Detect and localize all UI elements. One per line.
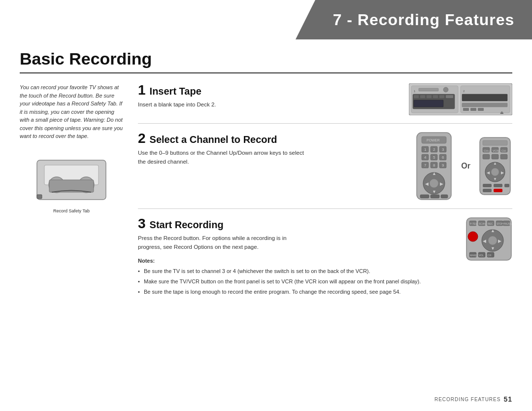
svg-rect-14 (419, 88, 438, 91)
svg-rect-71 (500, 154, 507, 159)
step-2-section: 2 Select a Channel to Record Use the 0–9… (138, 132, 512, 209)
svg-rect-17 (414, 95, 419, 98)
page-number: 51 (503, 395, 512, 403)
svg-rect-78 (483, 184, 492, 187)
svg-rect-18 (420, 95, 425, 98)
svg-text:2: 2 (433, 147, 435, 152)
svg-text:VOL: VOL (479, 254, 484, 257)
step-1-image: 1 (409, 83, 512, 115)
svg-text:▲: ▲ (493, 161, 497, 166)
step-1-header: 1 Insert Tape (138, 83, 399, 97)
step-1-section: 1 Insert Tape Insert a blank tape into D… (138, 83, 512, 124)
svg-rect-59 (431, 195, 439, 198)
vcr-front-icon: 1 (409, 83, 512, 115)
svg-text:6: 6 (442, 155, 444, 160)
remote-1-icon: POWER 1 (414, 132, 454, 201)
svg-text:CH: CH (488, 254, 492, 257)
svg-text:PAUSE: PAUSE (503, 222, 512, 225)
svg-rect-60 (441, 195, 448, 198)
intro-text: You can record your favorite TV shows at… (20, 83, 123, 140)
step-2-image: POWER 1 (414, 132, 512, 201)
svg-rect-22 (446, 95, 453, 98)
step-2-description: Use the 0–9 buttons or the Channel Up/Do… (138, 148, 305, 167)
step-3-image: P-TEE SCAN REC STOP PAUSE ▲ ▼ (466, 217, 512, 261)
svg-text:▼: ▼ (493, 177, 497, 181)
svg-text:CH+: CH+ (484, 149, 490, 152)
note-item-1: Be sure the TV is set to channel 3 or 4 … (138, 267, 456, 276)
notes-section: Notes: Be sure the TV is set to channel … (138, 257, 456, 296)
svg-text:◀: ◀ (487, 171, 490, 175)
svg-rect-21 (439, 95, 444, 98)
svg-text:◀: ◀ (483, 239, 486, 243)
header-banner: 7 - Recording Features (296, 0, 532, 39)
svg-point-73 (491, 168, 499, 176)
header-title: 7 - Recording Features (313, 11, 515, 29)
step-3-number: 3 (138, 217, 146, 231)
svg-text:9: 9 (442, 163, 444, 168)
svg-text:POWER: POWER (427, 138, 439, 142)
svg-rect-58 (420, 195, 429, 198)
svg-text:▲: ▲ (432, 171, 436, 176)
cassette-icon (34, 150, 108, 205)
svg-rect-26 (462, 103, 507, 107)
content-layout: You can record your favorite TV shows at… (20, 83, 512, 313)
main-content: Basic Recording You can record your favo… (20, 49, 512, 391)
svg-rect-62 (483, 140, 507, 145)
svg-rect-23 (414, 100, 443, 107)
svg-rect-79 (494, 184, 502, 187)
svg-text:VCR: VCR (493, 149, 499, 152)
svg-text:▼: ▼ (432, 189, 436, 194)
svg-rect-27 (463, 108, 469, 111)
svg-point-94 (468, 232, 478, 241)
step-2-header: 2 Select a Channel to Record (138, 132, 404, 145)
svg-text:P-TEE: P-TEE (470, 222, 477, 225)
step-1-content: 1 Insert Tape Insert a blank tape into D… (138, 83, 399, 109)
note-item-3: Be sure the tape is long enough to recor… (138, 288, 456, 297)
svg-rect-9 (37, 195, 42, 199)
step-3-description: Press the Record button. For options whi… (138, 234, 305, 252)
step-3-row: 3 Start Recording Press the Record butto… (138, 217, 512, 298)
svg-rect-70 (492, 154, 499, 159)
svg-text:8: 8 (433, 163, 435, 168)
remote-3-icon: P-TEE SCAN REC STOP PAUSE ▲ ▼ (466, 217, 512, 261)
svg-text:7: 7 (424, 163, 427, 168)
or-label: Or (461, 162, 470, 171)
notes-title: Notes: (138, 257, 456, 266)
svg-rect-29 (478, 108, 484, 111)
svg-point-53 (430, 179, 438, 188)
right-column: 1 Insert Tape Insert a blank tape into D… (138, 83, 512, 313)
svg-text:SCAN: SCAN (479, 222, 486, 225)
svg-text:1: 1 (424, 147, 427, 152)
svg-point-96 (488, 236, 497, 245)
svg-rect-25 (462, 94, 507, 101)
step-1-number: 1 (138, 83, 146, 97)
step-1-title: Insert Tape (150, 86, 201, 97)
svg-text:STOP: STOP (497, 222, 503, 225)
svg-text:3: 3 (442, 147, 444, 152)
cassette-label: Record Safety Tab (20, 208, 123, 213)
svg-text:⏏: ⏏ (500, 110, 504, 115)
svg-rect-20 (433, 95, 438, 98)
svg-rect-80 (504, 184, 509, 187)
cassette-image-container: Record Safety Tab (20, 150, 123, 213)
svg-text:▶: ▶ (440, 181, 443, 186)
step-3-content: 3 Start Recording Press the Record butto… (138, 217, 456, 298)
step-2-title: Select a Channel to Record (150, 134, 277, 145)
svg-text:▶: ▶ (498, 239, 501, 243)
svg-text:◀: ◀ (425, 181, 429, 186)
svg-text:▼: ▼ (491, 246, 495, 251)
svg-text:CH-: CH- (501, 149, 507, 152)
svg-text:REC: REC (488, 222, 493, 225)
step-3-title: Start Recording (150, 219, 224, 231)
remote-2-icon: CH+ VCR CH- ▲ ▼ ◀ (478, 137, 512, 196)
step-2-number: 2 (138, 132, 146, 145)
svg-text:▶: ▶ (501, 171, 504, 175)
step-3-section: 3 Start Recording Press the Record butto… (138, 217, 512, 306)
step-1-row: 1 Insert Tape Insert a blank tape into D… (138, 83, 512, 115)
svg-rect-69 (483, 154, 490, 159)
page-title: Basic Recording (20, 49, 512, 73)
svg-text:▲: ▲ (491, 228, 495, 233)
step-1-description: Insert a blank tape into Deck 2. (138, 100, 305, 109)
svg-rect-81 (483, 189, 492, 192)
svg-text:MAKE: MAKE (470, 254, 477, 257)
